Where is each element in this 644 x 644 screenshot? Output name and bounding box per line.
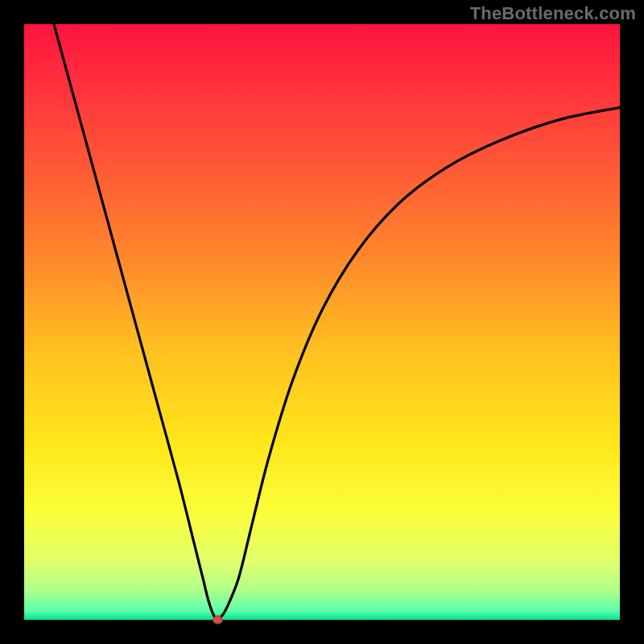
min-marker (213, 616, 223, 624)
plot-area-bg (24, 24, 620, 620)
watermark-text: TheBottleneck.com (470, 3, 636, 24)
bottleneck-chart (0, 0, 644, 644)
chart-wrapper: { "watermark": "TheBottleneck.com", "col… (0, 0, 644, 644)
